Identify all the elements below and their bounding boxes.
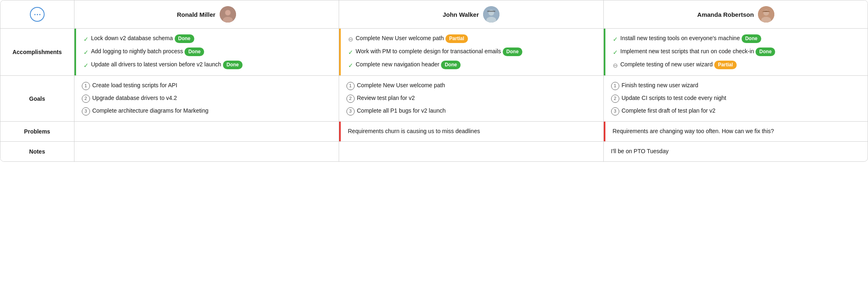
row-accomplishments: Accomplishments ✓ Lock down v2 database … — [0, 29, 868, 76]
accomplishment-item: ✓ Install new testing tools on everyone'… — [613, 34, 861, 43]
person-header-ronald: Ronald Miller — [74, 0, 339, 29]
item-text: Review test plan for v2 — [357, 94, 596, 102]
cell-notes-2: I'll be on PTO Tuesday — [603, 142, 868, 162]
check-icon: ✓ — [613, 48, 618, 57]
cell-problems-2: Requirements are changing way too often.… — [603, 122, 868, 142]
check-icon: ✓ — [83, 48, 89, 57]
item-text: Requirements churn is causing us to miss… — [348, 127, 596, 136]
row-goals: Goals 1 Create load testing scripts for … — [0, 76, 868, 122]
accomplishment-item: ✓ Add logging to nightly batch processDo… — [83, 48, 331, 57]
cell-problems-0 — [74, 122, 339, 142]
badge-done: Done — [756, 48, 775, 56]
item-text: Implement new test scripts that run on c… — [621, 48, 861, 56]
row-problems: Problems Requirements churn is causing u… — [0, 122, 868, 142]
item-text: Complete New User welcome path — [357, 82, 596, 90]
cell-problems-1: Requirements churn is causing us to miss… — [339, 122, 603, 142]
item-text: Update all drivers to latest version bef… — [91, 61, 331, 69]
item-text: Add logging to nightly batch processDone — [91, 48, 331, 56]
number-circle: 1 — [346, 82, 355, 90]
cell-notes-1 — [339, 142, 603, 162]
accomplishment-item: ⊖ Complete testing of new user wizardPar… — [613, 61, 861, 70]
badge-partial: Partial — [714, 61, 737, 69]
goal-item: 3 Complete first draft of test plan for … — [611, 107, 861, 116]
person-name-john: John Walker — [443, 11, 479, 18]
person-header-amanda: Amanda Robertson — [603, 0, 868, 29]
cell-content: 1 Finish testing new user wizard 2 Updat… — [604, 76, 868, 121]
accomplishment-item: ⊖ Complete New User welcome pathPartial — [348, 34, 596, 43]
row-label: Goals — [0, 76, 74, 122]
cell-content: ⊖ Complete New User welcome pathPartial … — [339, 29, 603, 75]
svg-point-3 — [225, 10, 230, 15]
cell-content: 1 Complete New User welcome path 2 Revie… — [339, 76, 603, 121]
cell-goals-2: 1 Finish testing new user wizard 2 Updat… — [603, 76, 868, 122]
item-text: Update CI scripts to test code every nig… — [622, 94, 861, 102]
number-circle: 3 — [611, 107, 619, 116]
number-circle: 3 — [82, 107, 90, 116]
number-circle: 1 — [82, 82, 90, 90]
item-text: Work with PM to complete design for tran… — [356, 48, 596, 56]
check-icon: ✓ — [613, 35, 618, 43]
cell-notes-0 — [74, 142, 339, 162]
avatar-amanda — [758, 6, 774, 23]
goal-item: 2 Update CI scripts to test code every n… — [611, 94, 861, 103]
check-icon: ✓ — [83, 35, 89, 43]
cell-content: ✓ Install new testing tools on everyone'… — [604, 29, 868, 75]
goal-item: 1 Create load testing scripts for API — [82, 82, 331, 90]
item-text: Complete all P1 bugs for v2 launch — [357, 107, 596, 115]
badge-done: Done — [441, 61, 461, 69]
cell-content: Requirements churn is causing us to miss… — [339, 122, 603, 141]
cell-content — [74, 142, 339, 153]
item-text: Lock down v2 database schemaDone — [91, 34, 331, 43]
accomplishment-item: ✓ Implement new test scripts that run on… — [613, 48, 861, 57]
cell-content: 1 Create load testing scripts for API 2 … — [74, 76, 339, 121]
menu-button[interactable]: ⋯ — [30, 7, 45, 22]
item-text: Finish testing new user wizard — [622, 82, 861, 90]
item-text: Requirements are changing way too often.… — [613, 127, 861, 136]
badge-partial: Partial — [445, 34, 468, 43]
accomplishment-item: ✓ Update all drivers to latest version b… — [83, 61, 331, 70]
goal-item: 1 Complete New User welcome path — [346, 82, 596, 90]
person-name-ronald: Ronald Miller — [177, 11, 215, 18]
avatar-ronald — [220, 6, 236, 23]
item-text: Complete testing of new user wizardParti… — [621, 61, 861, 69]
badge-done: Done — [184, 48, 204, 56]
badge-done: Done — [503, 48, 522, 56]
badge-done: Done — [742, 34, 761, 43]
goal-item: 1 Finish testing new user wizard — [611, 82, 861, 90]
item-text: Upgrade database drivers to v4.2 — [92, 94, 331, 102]
item-text: Complete first draft of test plan for v2 — [622, 107, 861, 115]
goal-item: 3 Complete architecture diagrams for Mar… — [82, 107, 331, 116]
item-text: Complete architecture diagrams for Marke… — [92, 107, 331, 115]
item-text: Complete new navigation headerDone — [356, 61, 596, 69]
cell-accomplishments-1: ⊖ Complete New User welcome pathPartial … — [339, 29, 603, 76]
check-icon: ✓ — [348, 48, 353, 57]
svg-rect-7 — [487, 11, 495, 12]
cell-goals-0: 1 Create load testing scripts for API 2 … — [74, 76, 339, 122]
cell-accomplishments-2: ✓ Install new testing tools on everyone'… — [603, 29, 868, 76]
check-icon: ✓ — [348, 61, 353, 70]
number-circle: 1 — [611, 82, 619, 90]
menu-header[interactable]: ⋯ — [0, 0, 74, 29]
plain-item: Requirements are changing way too often.… — [613, 127, 861, 136]
number-circle: 2 — [611, 95, 619, 103]
cell-goals-1: 1 Complete New User welcome path 2 Revie… — [339, 76, 603, 122]
item-text: Complete New User welcome pathPartial — [356, 34, 596, 43]
person-name-amanda: Amanda Robertson — [697, 11, 754, 18]
item-text: I'll be on PTO Tuesday — [611, 147, 861, 156]
goal-item: 3 Complete all P1 bugs for v2 launch — [346, 107, 596, 116]
number-circle: 3 — [346, 107, 355, 116]
goal-item: 2 Upgrade database drivers to v4.2 — [82, 94, 331, 103]
item-text: Create load testing scripts for API — [92, 82, 331, 90]
accomplishment-item: ✓ Work with PM to complete design for tr… — [348, 48, 596, 57]
plain-item: Requirements churn is causing us to miss… — [348, 127, 596, 136]
item-text: Install new testing tools on everyone's … — [621, 34, 861, 43]
cell-content — [339, 142, 603, 153]
cell-accomplishments-0: ✓ Lock down v2 database schemaDone ✓ Add… — [74, 29, 339, 76]
person-header-john: John Walker — [339, 0, 603, 29]
cell-content: ✓ Lock down v2 database schemaDone ✓ Add… — [74, 29, 339, 75]
minus-circle-icon: ⊖ — [613, 61, 618, 70]
row-label: Accomplishments — [0, 29, 74, 76]
badge-done: Done — [223, 61, 243, 69]
cell-content: Requirements are changing way too often.… — [604, 122, 868, 141]
main-table-wrapper: ⋯ Ronald Miller — [0, 0, 868, 162]
